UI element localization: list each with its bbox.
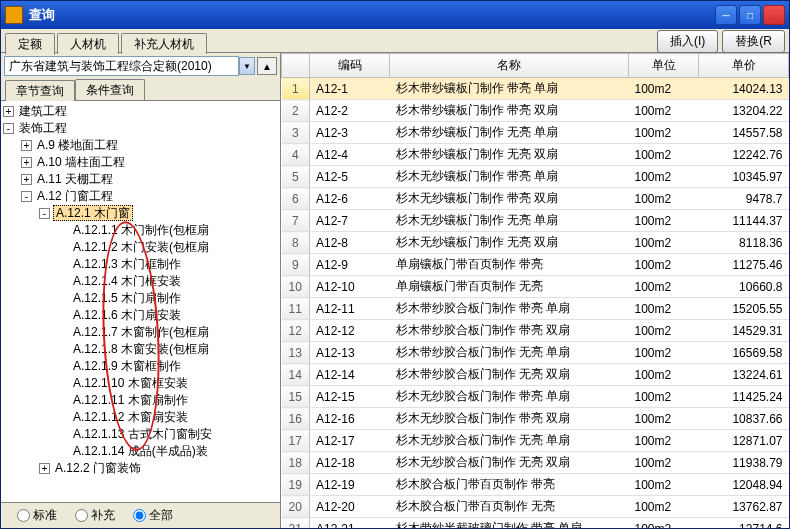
- tree-node[interactable]: A.12.1.12 木窗扇安装: [57, 409, 278, 426]
- tree-label[interactable]: A.12.1.3 木门框制作: [71, 257, 183, 271]
- main-tab-2[interactable]: 补充人材机: [121, 33, 207, 54]
- tree-label[interactable]: 建筑工程: [17, 104, 69, 118]
- table-row[interactable]: 20A12-20杉木胶合板门带百页制作 无亮100m213762.87: [282, 496, 789, 518]
- tree-node[interactable]: +A.11 天棚工程: [21, 171, 278, 188]
- table-row[interactable]: 16A12-16杉木无纱胶合板门制作 带亮 双扇100m210837.66: [282, 408, 789, 430]
- table-row[interactable]: 13A12-13杉木带纱胶合板门制作 无亮 单扇100m216569.58: [282, 342, 789, 364]
- tree-label[interactable]: A.12.1.11 木窗扇制作: [71, 393, 190, 407]
- tree-label[interactable]: A.12.1.7 木窗制作(包框扇: [71, 325, 211, 339]
- tree-node[interactable]: A.12.1.5 木门扇制作: [57, 290, 278, 307]
- filter-radio-2[interactable]: 全部: [133, 507, 173, 524]
- tree-node[interactable]: A.12.1.3 木门框制作: [57, 256, 278, 273]
- col-header-3[interactable]: 单价: [699, 54, 789, 78]
- tree-label[interactable]: A.10 墙柱面工程: [35, 155, 127, 169]
- table-row[interactable]: 11A12-11杉木带纱胶合板门制作 带亮 单扇100m215205.55: [282, 298, 789, 320]
- table-row[interactable]: 9A12-9单扇镶板门带百页制作 带亮100m211275.46: [282, 254, 789, 276]
- tree-label[interactable]: A.12.1.6 木门扇安装: [71, 308, 183, 322]
- cell-name: 杉木带纱镶板门制作 无亮 双扇: [390, 144, 629, 166]
- tree-node[interactable]: +A.9 楼地面工程: [21, 137, 278, 154]
- tree-label[interactable]: A.12.1.12 木窗扇安装: [71, 410, 190, 424]
- tree-node[interactable]: A.12.1.4 木门框安装: [57, 273, 278, 290]
- tree-node[interactable]: +A.12.2 门窗装饰: [39, 460, 278, 477]
- cell-name: 单扇镶板门带百页制作 带亮: [390, 254, 629, 276]
- tree-node[interactable]: +建筑工程: [3, 103, 278, 120]
- tree-node[interactable]: A.12.1.13 古式木门窗制安: [57, 426, 278, 443]
- tree-node[interactable]: A.12.1.1 木门制作(包框扇: [57, 222, 278, 239]
- filter-radio-0[interactable]: 标准: [17, 507, 57, 524]
- table-row[interactable]: 8A12-8杉木无纱镶板门制作 无亮 双扇100m28118.36: [282, 232, 789, 254]
- tree-node[interactable]: A.12.1.6 木门扇安装: [57, 307, 278, 324]
- table-row[interactable]: 5A12-5杉木无纱镶板门制作 带亮 单扇100m210345.97: [282, 166, 789, 188]
- table-row[interactable]: 1A12-1杉木带纱镶板门制作 带亮 单扇100m214024.13: [282, 78, 789, 100]
- table-row[interactable]: 15A12-15杉木无纱胶合板门制作 带亮 单扇100m211425.24: [282, 386, 789, 408]
- replace-button[interactable]: 替换(R: [722, 30, 785, 53]
- tree-label[interactable]: A.12.1.9 木窗框制作: [71, 359, 183, 373]
- insert-button[interactable]: 插入(I): [657, 30, 718, 53]
- tree-node[interactable]: -A.12.1 木门窗: [39, 205, 278, 222]
- tree-node[interactable]: -装饰工程: [3, 120, 278, 137]
- tree-label[interactable]: A.9 楼地面工程: [35, 138, 120, 152]
- titlebar[interactable]: 查询 ─ □: [1, 1, 789, 29]
- table-row[interactable]: 7A12-7杉木无纱镶板门制作 无亮 单扇100m211144.37: [282, 210, 789, 232]
- table-row[interactable]: 21A12-21杉木带纱半截玻璃门制作 带亮 单扇100m212714.6: [282, 518, 789, 529]
- table-row[interactable]: 4A12-4杉木带纱镶板门制作 无亮 双扇100m212242.76: [282, 144, 789, 166]
- tree-node[interactable]: A.12.1.10 木窗框安装: [57, 375, 278, 392]
- collapse-icon[interactable]: -: [39, 208, 50, 219]
- tree-label[interactable]: A.12.1.4 木门框安装: [71, 274, 183, 288]
- expand-icon[interactable]: +: [21, 140, 32, 151]
- expand-icon[interactable]: +: [21, 157, 32, 168]
- close-button[interactable]: [763, 5, 785, 25]
- tree-label[interactable]: A.12.1.13 古式木门窗制安: [71, 427, 214, 441]
- col-header-1[interactable]: 名称: [390, 54, 629, 78]
- nav-up-button[interactable]: ▲: [257, 57, 277, 75]
- table-row[interactable]: 12A12-12杉木带纱胶合板门制作 带亮 双扇100m214529.31: [282, 320, 789, 342]
- expand-icon[interactable]: +: [39, 463, 50, 474]
- tree-label[interactable]: A.11 天棚工程: [35, 172, 115, 186]
- tree-label[interactable]: A.12.2 门窗装饰: [53, 461, 143, 475]
- tree-node[interactable]: A.12.1.8 木窗安装(包框扇: [57, 341, 278, 358]
- collapse-icon[interactable]: -: [21, 191, 32, 202]
- maximize-button[interactable]: □: [739, 5, 761, 25]
- table-row[interactable]: 6A12-6杉木无纱镶板门制作 带亮 双扇100m29478.7: [282, 188, 789, 210]
- col-header-0[interactable]: 编码: [310, 54, 390, 78]
- tree-label[interactable]: A.12 门窗工程: [35, 189, 115, 203]
- tree-label[interactable]: A.12.1.2 木门安装(包框扇: [71, 240, 211, 254]
- main-tab-1[interactable]: 人材机: [57, 33, 119, 54]
- table-row[interactable]: 3A12-3杉木带纱镶板门制作 无亮 单扇100m214557.58: [282, 122, 789, 144]
- tree-label[interactable]: A.12.1.14 成品(半成品)装: [71, 444, 210, 458]
- tree-label[interactable]: A.12.1.1 木门制作(包框扇: [71, 223, 211, 237]
- tree-node[interactable]: A.12.1.14 成品(半成品)装: [57, 443, 278, 460]
- tree-label[interactable]: A.12.1.5 木门扇制作: [71, 291, 183, 305]
- collapse-icon[interactable]: -: [3, 123, 14, 134]
- tree-label[interactable]: A.12.1.10 木窗框安装: [71, 376, 190, 390]
- table-row[interactable]: 10A12-10单扇镶板门带百页制作 无亮100m210660.8: [282, 276, 789, 298]
- expand-icon[interactable]: +: [21, 174, 32, 185]
- tree-label[interactable]: A.12.1.8 木窗安装(包框扇: [71, 342, 211, 356]
- tree-label[interactable]: 装饰工程: [17, 121, 69, 135]
- main-tab-0[interactable]: 定额: [5, 33, 55, 55]
- tree-node[interactable]: A.12.1.2 木门安装(包框扇: [57, 239, 278, 256]
- tree-label[interactable]: A.12.1 木门窗: [53, 205, 133, 221]
- col-header-2[interactable]: 单位: [629, 54, 699, 78]
- table-row[interactable]: 2A12-2杉木带纱镶板门制作 带亮 双扇100m213204.22: [282, 100, 789, 122]
- cell-unit: 100m2: [629, 386, 699, 408]
- tree-node[interactable]: A.12.1.9 木窗框制作: [57, 358, 278, 375]
- cell-name: 杉木无纱镶板门制作 无亮 双扇: [390, 232, 629, 254]
- quota-select-arrow[interactable]: ▼: [239, 57, 255, 75]
- tree-node[interactable]: +A.10 墙柱面工程: [21, 154, 278, 171]
- subtab-0[interactable]: 章节查询: [5, 80, 75, 101]
- subtab-1[interactable]: 条件查询: [75, 79, 145, 100]
- minimize-button[interactable]: ─: [715, 5, 737, 25]
- table-row[interactable]: 14A12-14杉木带纱胶合板门制作 无亮 双扇100m213224.61: [282, 364, 789, 386]
- results-grid[interactable]: 编码名称单位单价1A12-1杉木带纱镶板门制作 带亮 单扇100m214024.…: [281, 53, 789, 528]
- tree-node[interactable]: -A.12 门窗工程: [21, 188, 278, 205]
- tree-container[interactable]: +建筑工程-装饰工程+A.9 楼地面工程+A.10 墙柱面工程+A.11 天棚工…: [1, 101, 280, 502]
- table-row[interactable]: 18A12-18杉木无纱胶合板门制作 无亮 双扇100m211938.79: [282, 452, 789, 474]
- table-row[interactable]: 19A12-19杉木胶合板门带百页制作 带亮100m212048.94: [282, 474, 789, 496]
- tree-node[interactable]: A.12.1.7 木窗制作(包框扇: [57, 324, 278, 341]
- filter-radio-1[interactable]: 补充: [75, 507, 115, 524]
- expand-icon[interactable]: +: [3, 106, 14, 117]
- tree-node[interactable]: A.12.1.11 木窗扇制作: [57, 392, 278, 409]
- quota-select[interactable]: 广东省建筑与装饰工程综合定额(2010): [4, 56, 239, 76]
- table-row[interactable]: 17A12-17杉木无纱胶合板门制作 无亮 单扇100m212871.07: [282, 430, 789, 452]
